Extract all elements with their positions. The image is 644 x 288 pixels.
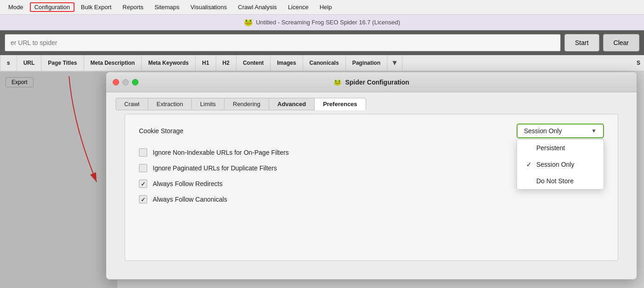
- checkbox-0[interactable]: [139, 148, 147, 157]
- minimize-button[interactable]: [122, 79, 129, 85]
- dtab-crawl[interactable]: Crawl: [115, 98, 148, 110]
- menu-item-licence[interactable]: Licence: [283, 2, 313, 12]
- menu-item-crawl-analysis[interactable]: Crawl Analysis: [233, 2, 282, 12]
- tab-h1[interactable]: H1: [196, 55, 216, 71]
- dtab-extraction[interactable]: Extraction: [148, 98, 192, 110]
- main-area: Export 🐸 Spider Configurat: [0, 72, 644, 288]
- tab-h2[interactable]: H2: [216, 55, 236, 71]
- cookie-storage-row: Cookie Storage Session Only ▼ Persistent: [139, 124, 604, 138]
- tab-canonicals[interactable]: Canonicals: [303, 55, 346, 71]
- check-session-only: ✓: [526, 161, 533, 168]
- menu-item-sitemaps[interactable]: Sitemaps: [150, 2, 184, 12]
- tab-page-titles[interactable]: Page Titles: [41, 55, 84, 71]
- dialog-title-bar: 🐸 Spider Configuration: [106, 72, 637, 92]
- checkbox-row-3: ✓ Always Follow Canonicals: [139, 195, 604, 203]
- tab-overflow-arrow[interactable]: ▼: [387, 55, 402, 71]
- dropdown-option-persistent[interactable]: Persistent: [517, 140, 604, 156]
- start-button[interactable]: Start: [564, 34, 599, 51]
- maximize-button[interactable]: [132, 79, 138, 85]
- dtab-rendering[interactable]: Rendering: [224, 98, 269, 110]
- dropdown-option-session-only[interactable]: ✓ Session Only: [517, 156, 604, 173]
- main-tabs-row: s URL Page Titles Meta Description Meta …: [0, 55, 644, 72]
- modal-overlay: [0, 72, 117, 288]
- checkbox-label-2: Always Follow Redirects: [153, 180, 223, 187]
- dropdown-arrow-icon: ▼: [591, 128, 597, 134]
- right-s-label: S: [633, 60, 644, 66]
- frog-icon: 🐸: [244, 18, 253, 27]
- tab-s[interactable]: s: [0, 55, 17, 71]
- tab-images[interactable]: Images: [270, 55, 303, 71]
- close-button[interactable]: [113, 79, 119, 85]
- checkbox-1[interactable]: [139, 164, 147, 172]
- menu-item-mode[interactable]: Mode: [4, 2, 28, 12]
- url-input[interactable]: [5, 34, 561, 51]
- tab-url[interactable]: URL: [17, 55, 42, 71]
- title-bar: 🐸 Untitled - Screaming Frog SEO Spider 1…: [0, 15, 644, 30]
- option-session-only-label: Session Only: [536, 161, 574, 168]
- menu-item-reports[interactable]: Reports: [118, 2, 148, 12]
- dialog-title: 🐸 Spider Configuration: [334, 79, 409, 86]
- check-persistent: [526, 144, 533, 152]
- dialog-tabs: Crawl Extraction Limits Rendering Advanc…: [106, 92, 637, 110]
- checkbox-label-0: Ignore Non-Indexable URLs for On-Page Fi…: [153, 149, 289, 156]
- dialog-content: Cookie Storage Session Only ▼ Persistent: [125, 114, 618, 261]
- tab-content[interactable]: Content: [236, 55, 270, 71]
- check-do-not-store: [526, 177, 533, 185]
- dropdown-option-do-not-store[interactable]: Do Not Store: [517, 173, 604, 189]
- cookie-storage-dropdown-wrapper: Session Only ▼ Persistent ✓ Session: [517, 124, 604, 138]
- url-bar-area: Start Clear: [0, 30, 644, 55]
- dtab-advanced[interactable]: Advanced: [269, 98, 315, 110]
- menu-item-help[interactable]: Help: [315, 2, 337, 12]
- dialog-frog-icon: 🐸: [334, 79, 341, 86]
- menu-item-bulk-export[interactable]: Bulk Export: [76, 2, 116, 12]
- clear-button[interactable]: Clear: [603, 34, 639, 51]
- checkbox-label-3: Always Follow Canonicals: [153, 196, 227, 203]
- dropdown-current-value: Session Only: [524, 127, 562, 135]
- dtab-preferences[interactable]: Preferences: [315, 98, 366, 110]
- dropdown-menu: Persistent ✓ Session Only Do Not Store: [517, 139, 604, 190]
- menu-item-visualisations[interactable]: Visualisations: [186, 2, 231, 12]
- option-persistent-label: Persistent: [536, 144, 565, 152]
- menu-item-configuration[interactable]: Configuration: [30, 2, 75, 12]
- config-dialog: 🐸 Spider Configuration Crawl Extraction …: [106, 72, 637, 280]
- checkbox-label-1: Ignore Paginated URLs for Duplicate Filt…: [153, 164, 277, 172]
- cookie-storage-label: Cookie Storage: [139, 127, 184, 135]
- tab-pagination[interactable]: Pagination: [346, 55, 387, 71]
- checkbox-3[interactable]: ✓: [139, 195, 147, 203]
- cookie-storage-dropdown[interactable]: Session Only ▼: [517, 124, 604, 138]
- traffic-lights: [113, 79, 138, 85]
- tab-meta-keywords[interactable]: Meta Keywords: [142, 55, 196, 71]
- menu-bar: Mode Configuration Bulk Export Reports S…: [0, 0, 644, 15]
- tab-meta-description[interactable]: Meta Description: [84, 55, 142, 71]
- checkbox-2[interactable]: ✓: [139, 180, 147, 188]
- dtab-limits[interactable]: Limits: [192, 98, 224, 110]
- app-title: Untitled - Screaming Frog SEO Spider 16.…: [256, 19, 400, 26]
- option-do-not-store-label: Do Not Store: [536, 177, 574, 185]
